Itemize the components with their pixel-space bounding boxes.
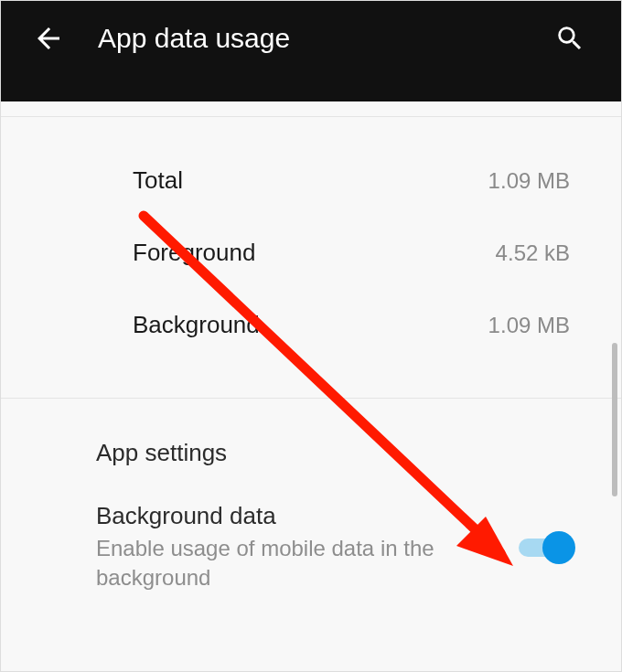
section-header: App settings [1, 399, 621, 475]
back-button[interactable] [28, 18, 69, 59]
usage-label: Foreground [133, 239, 255, 267]
usage-row-foreground[interactable]: Foreground 4.52 kB [1, 217, 621, 289]
usage-section: Total 1.09 MB Foreground 4.52 kB Backgro… [1, 116, 621, 399]
content-area: Total 1.09 MB Foreground 4.52 kB Backgro… [1, 116, 621, 593]
search-button[interactable] [550, 18, 590, 59]
background-data-toggle[interactable] [517, 531, 568, 564]
usage-value: 1.09 MB [488, 168, 570, 194]
search-icon [554, 23, 585, 54]
usage-value: 4.52 kB [496, 240, 570, 266]
setting-subtitle: Enable usage of mobile data in the backg… [96, 534, 480, 593]
usage-value: 1.09 MB [488, 313, 570, 338]
usage-label: Background [133, 311, 260, 339]
usage-row-total[interactable]: Total 1.09 MB [1, 144, 621, 217]
background-data-row[interactable]: Background data Enable usage of mobile d… [1, 475, 621, 593]
usage-row-background[interactable]: Background 1.09 MB [1, 289, 621, 361]
setting-title: Background data [96, 502, 480, 530]
setting-text: Background data Enable usage of mobile d… [96, 502, 480, 593]
usage-label: Total [133, 166, 183, 195]
arrow-back-icon [32, 22, 65, 55]
page-title: App data usage [98, 23, 528, 54]
app-bar: App data usage [1, 1, 621, 101]
scrollbar[interactable] [612, 343, 617, 496]
toggle-thumb [542, 531, 575, 564]
